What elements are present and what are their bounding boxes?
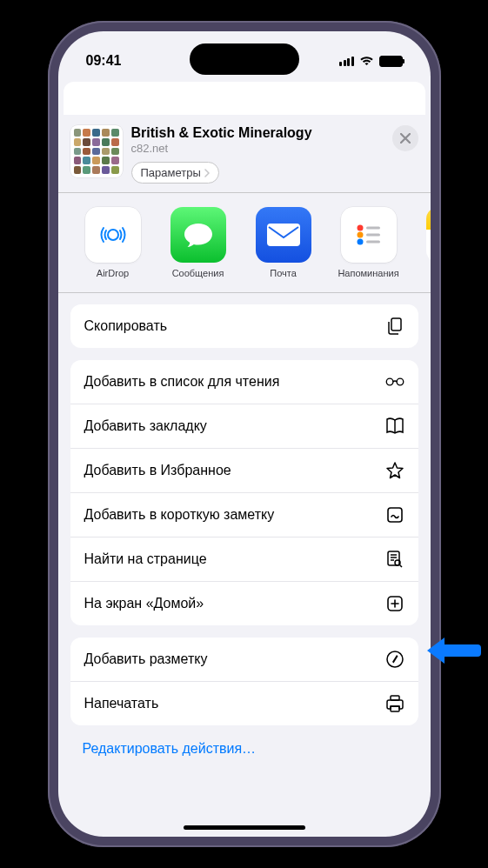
close-button[interactable] — [392, 125, 418, 151]
action-add-favorites[interactable]: Добавить в Избранное — [70, 448, 418, 492]
svg-point-2 — [357, 224, 363, 230]
home-indicator[interactable] — [184, 825, 305, 830]
mail-icon — [256, 207, 311, 263]
options-button[interactable]: Параметры — [131, 162, 219, 184]
dynamic-island — [190, 43, 299, 75]
action-group-1: Скопировать — [70, 304, 418, 348]
app-label: Почта — [270, 268, 297, 278]
action-label: Добавить разметку — [84, 651, 208, 667]
app-messages[interactable]: Сообщения — [156, 207, 241, 278]
phone-frame: 09:41 British & Exotic — [48, 21, 441, 847]
callout-arrow — [427, 634, 481, 667]
page-title: British & Exotic Mineralogy — [131, 125, 384, 141]
action-label: Добавить в Избранное — [84, 463, 231, 478]
app-reminders[interactable]: Напоминания — [326, 207, 411, 278]
background-page-peek — [64, 82, 425, 115]
svg-rect-5 — [366, 233, 380, 236]
options-label: Параметры — [141, 166, 201, 179]
edit-actions-link[interactable]: Редактировать действия… — [58, 732, 431, 757]
screen: 09:41 British & Exotic — [58, 31, 431, 837]
print-icon — [385, 694, 404, 713]
action-add-bookmark[interactable]: Добавить закладку — [70, 404, 418, 448]
svg-rect-7 — [366, 240, 380, 243]
svg-rect-3 — [366, 226, 380, 229]
action-find-on-page[interactable]: Найти на странице — [70, 537, 418, 581]
findpage-icon — [385, 550, 404, 569]
chevron-right-icon — [204, 169, 210, 177]
share-sheet: British & Exotic Mineralogy c82.net Пара… — [58, 115, 431, 757]
app-notes-partial[interactable] — [411, 207, 431, 278]
wifi-icon — [359, 56, 374, 66]
app-label: AirDrop — [97, 268, 129, 278]
svg-point-6 — [357, 238, 363, 244]
action-copy[interactable]: Скопировать — [70, 304, 418, 348]
action-label: Напечатать — [84, 696, 159, 711]
action-markup[interactable]: Добавить разметку — [70, 638, 418, 681]
svg-rect-1 — [267, 224, 300, 246]
svg-rect-8 — [391, 318, 401, 331]
svg-point-4 — [357, 231, 363, 237]
notes-icon — [426, 207, 431, 263]
action-label: На экран «Домой» — [84, 596, 204, 611]
svg-point-0 — [108, 230, 118, 240]
page-url: c82.net — [131, 142, 384, 155]
svg-rect-12 — [388, 508, 402, 522]
messages-icon — [170, 207, 226, 263]
reminders-icon — [341, 207, 397, 263]
action-label: Добавить закладку — [84, 418, 207, 434]
action-group-2: Добавить в список для чтения Добавить за… — [70, 360, 418, 625]
app-label: Напоминания — [338, 268, 398, 278]
action-quick-note[interactable]: Добавить в короткую заметку — [70, 492, 418, 537]
airdrop-icon — [85, 207, 141, 263]
battery-icon — [379, 56, 403, 67]
action-label: Скопировать — [84, 318, 168, 334]
action-group-3: Добавить разметку Напечатать — [70, 638, 418, 725]
status-time: 09:41 — [86, 53, 122, 69]
addhome-icon — [385, 594, 404, 613]
svg-point-10 — [397, 378, 404, 385]
star-icon — [385, 461, 404, 480]
action-label: Найти на странице — [84, 551, 207, 567]
action-add-home-screen[interactable]: На экран «Домой» — [70, 581, 418, 625]
quicknote-icon — [385, 505, 404, 524]
app-mail[interactable]: Почта — [241, 207, 326, 278]
markup-icon — [385, 650, 404, 669]
action-reading-list[interactable]: Добавить в список для чтения — [70, 360, 418, 404]
svg-line-18 — [399, 565, 402, 568]
svg-rect-13 — [388, 551, 399, 565]
close-icon — [400, 133, 411, 144]
cellular-icon — [339, 57, 354, 66]
action-label: Добавить в список для чтения — [84, 374, 280, 390]
page-thumbnail — [70, 125, 123, 177]
copy-icon — [385, 317, 404, 336]
book-icon — [385, 417, 404, 436]
svg-point-9 — [386, 378, 393, 385]
app-airdrop[interactable]: AirDrop — [70, 207, 156, 278]
share-apps-row[interactable]: AirDrop Сообщения Почта — [58, 193, 431, 292]
action-label: Добавить в короткую заметку — [84, 507, 275, 523]
glasses-icon — [385, 372, 404, 391]
svg-rect-24 — [391, 706, 399, 711]
app-label: Сообщения — [172, 268, 224, 278]
action-print[interactable]: Напечатать — [70, 681, 418, 725]
